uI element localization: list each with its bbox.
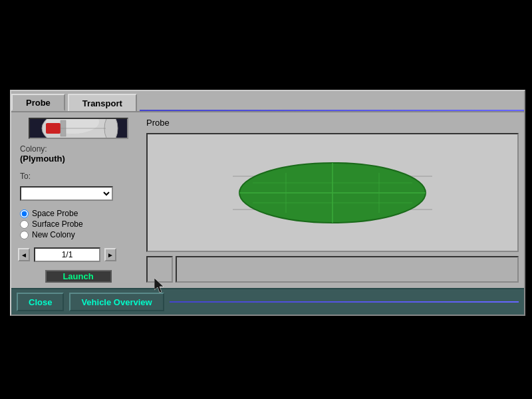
svg-point-4 (104, 118, 118, 139)
nav-row: ◄ ► (17, 247, 140, 262)
colony-value: (Plymouth) (20, 154, 140, 164)
dropdown-container (17, 186, 140, 201)
nav-next-button[interactable]: ► (104, 248, 116, 261)
svg-marker-16 (154, 278, 164, 293)
probe-svg (33, 118, 124, 139)
detail-row (146, 256, 519, 283)
radio-space-probe-input[interactable] (20, 209, 29, 218)
radio-new-colony[interactable]: New Colony (20, 230, 140, 239)
radio-new-colony-input[interactable] (20, 231, 29, 239)
probe-visualization (146, 133, 519, 252)
colony-info: Colony: (Plymouth) (17, 144, 140, 164)
destination-dropdown[interactable] (20, 186, 113, 201)
to-label: To: (17, 172, 140, 181)
main-window: Probe Transport (10, 90, 525, 316)
radio-surface-probe[interactable]: Surface Probe (20, 219, 140, 229)
radio-group: Space Probe Surface Probe New Colony (17, 209, 140, 239)
right-panel: Probe (146, 118, 519, 283)
nav-counter-input[interactable] (34, 247, 100, 262)
bottom-bar: Close Vehicle Overview (11, 288, 524, 315)
probe-viz-svg (219, 146, 446, 239)
tab-probe[interactable]: Probe (11, 94, 65, 111)
radio-space-probe[interactable]: Space Probe (20, 209, 140, 218)
vehicle-overview-button[interactable]: Vehicle Overview (69, 293, 164, 311)
launch-button[interactable]: Launch (45, 270, 112, 283)
probe-detail-text-area (176, 256, 519, 283)
colony-label: Colony: (20, 144, 140, 154)
main-content: Colony: (Plymouth) To: Space Probe Surfa… (11, 112, 524, 288)
tab-transport[interactable]: Transport (68, 94, 137, 111)
left-panel: Colony: (Plymouth) To: Space Probe Surfa… (17, 118, 140, 283)
svg-rect-2 (46, 123, 61, 134)
bottom-line-decoration (170, 301, 519, 303)
tab-line-decoration (140, 110, 524, 111)
radio-surface-probe-input[interactable] (20, 220, 29, 229)
close-button[interactable]: Close (17, 293, 64, 311)
nav-prev-button[interactable]: ◄ (18, 248, 30, 261)
tab-bar: Probe Transport (11, 91, 524, 112)
probe-title: Probe (146, 118, 519, 128)
probe-image (29, 118, 128, 139)
